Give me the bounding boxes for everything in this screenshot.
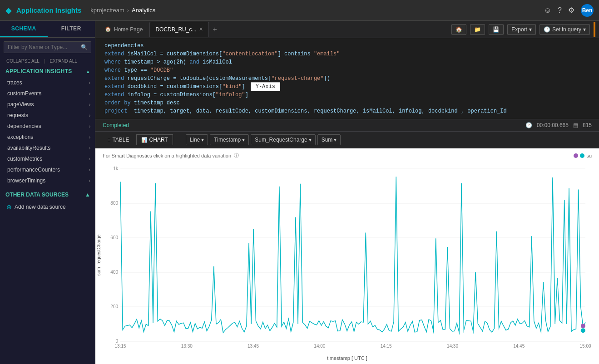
table-view-btn[interactable]: ≡ TABLE: [103, 134, 134, 145]
chart-toolbar: ≡ TABLE 📊 CHART Line ▾ Timestamp ▾ Sum_R…: [95, 132, 599, 148]
code-line-8: order by timestamp desc: [95, 99, 599, 107]
home-tab-icon: 🏠: [105, 26, 111, 32]
tab-close-icon[interactable]: ✕: [199, 26, 203, 32]
sidebar-item-customevents[interactable]: customEvents ›: [0, 88, 95, 99]
sidebar-item-custommetrics[interactable]: customMetrics ›: [0, 153, 95, 164]
orange-accent-bar: [594, 22, 595, 37]
section-header-application-insights[interactable]: APPLICATION INSIGHTS ▲: [0, 65, 95, 77]
info-icon[interactable]: ⓘ: [234, 152, 239, 159]
item-label: traces: [7, 79, 22, 86]
section-chevron: ▲: [86, 69, 90, 74]
rows-icon: ▤: [573, 122, 578, 128]
item-label: requests: [7, 112, 28, 118]
breadcrumb-page: Analytics: [132, 7, 155, 14]
line-dropdown[interactable]: Line ▾: [186, 134, 208, 145]
tab-filter[interactable]: FILTER: [48, 21, 95, 37]
help-icon[interactable]: ?: [558, 6, 562, 15]
sum-requestcharge-chevron: ▾: [309, 137, 312, 143]
sidebar-item-availabilityresults[interactable]: availabilityResults ›: [0, 143, 95, 153]
chart-canvas: [95, 160, 599, 362]
export-btn[interactable]: Export ▾: [507, 24, 536, 35]
sidebar-item-requests[interactable]: requests ›: [0, 110, 95, 121]
sidebar-item-dependencies[interactable]: dependencies ›: [0, 121, 95, 132]
sum-requestcharge-dropdown[interactable]: Sum_RequestCharge ▾: [251, 134, 315, 145]
code-line-4: where type == "DOCDB": [95, 66, 599, 74]
chart-icon: 📊: [141, 137, 148, 143]
code-line-9: project timestamp, target, data, resultC…: [95, 107, 599, 115]
sidebar-item-traces[interactable]: traces ›: [0, 77, 95, 88]
smiley-icon[interactable]: ☺: [544, 6, 551, 15]
sidebar-tabs: SCHEMA FILTER: [0, 21, 95, 38]
item-chevron: ›: [89, 91, 90, 96]
code-line-2: extend isMailCol = customDimensions["con…: [95, 50, 599, 58]
table-icon: ≡: [108, 137, 110, 143]
other-sources-title: OTHER DATA SOURCES: [5, 192, 69, 198]
other-sources-chevron: ▲: [85, 192, 90, 198]
chart-area: For Smart Diagnostics click on a highlig…: [95, 148, 599, 364]
duration-value: 00:00:00.665: [537, 122, 569, 128]
search-input[interactable]: [4, 41, 91, 53]
top-nav-right: ☺ ? ⚙ Ben: [544, 4, 594, 17]
sum-dropdown[interactable]: Sum ▾: [317, 134, 341, 145]
set-in-query-btn[interactable]: 🕐 Set in query ▾: [540, 24, 590, 35]
code-line-1: dependencies: [95, 42, 599, 50]
item-label: customMetrics: [7, 156, 42, 162]
settings-icon[interactable]: ⚙: [568, 6, 574, 15]
item-chevron: ›: [89, 167, 90, 172]
add-datasource-label: Add new data source: [15, 204, 66, 210]
sidebar-item-browsertimings[interactable]: browserTimings ›: [0, 175, 95, 186]
sidebar-item-pageviews[interactable]: pageViews ›: [0, 99, 95, 110]
tab-docdb-label: DOCDB_RU_c...: [155, 26, 196, 33]
line-chevron: ▾: [201, 137, 204, 143]
sidebar-item-performancecounters[interactable]: performanceCounters ›: [0, 164, 95, 175]
set-query-label: Set in query: [552, 26, 581, 33]
legend-dot-cyan: [580, 153, 584, 158]
clock-icon: 🕐: [544, 26, 550, 33]
item-label: browserTimings: [7, 177, 45, 184]
code-line-7: extend infolog = customDimensions["infol…: [95, 91, 599, 99]
app-title: Application Insights: [16, 6, 81, 14]
item-label: performanceCounters: [7, 167, 60, 173]
rows-value: 815: [583, 122, 592, 128]
chart-view-btn[interactable]: 📊 CHART: [136, 134, 173, 145]
new-tab-btn[interactable]: +: [210, 25, 219, 34]
item-chevron: ›: [89, 113, 90, 118]
tab-schema[interactable]: SCHEMA: [0, 21, 48, 37]
item-label: availabilityResults: [7, 145, 50, 151]
set-query-chevron: ▾: [583, 26, 586, 33]
results-bar: Completed 🕐 00:00:00.665 ▤ 815: [95, 119, 599, 132]
search-icon[interactable]: 🔍: [81, 44, 88, 50]
other-data-sources-header[interactable]: OTHER DATA SOURCES ▲: [0, 188, 95, 201]
timestamp-label: Timestamp: [214, 137, 241, 143]
tab-docdb[interactable]: DOCDB_RU_c... ✕: [149, 22, 209, 37]
legend-label: su: [586, 153, 592, 158]
folder-btn[interactable]: 📁: [470, 24, 485, 35]
tab-bar: 🏠 Home Page DOCDB_RU_c... ✕ + 🏠 📁 💾 Expo…: [95, 21, 599, 38]
avatar[interactable]: Ben: [581, 4, 594, 17]
sum-chevron: ▾: [334, 137, 337, 143]
save-btn[interactable]: 💾: [489, 24, 504, 35]
add-datasource-btn[interactable]: ⊕ Add new data source: [0, 201, 95, 213]
code-editor[interactable]: dependencies extend isMailCol = customDi…: [95, 38, 599, 119]
item-label: dependencies: [7, 123, 41, 129]
item-chevron: ›: [89, 80, 90, 85]
home-btn[interactable]: 🏠: [451, 24, 466, 35]
sidebar-search: 🔍: [4, 41, 91, 53]
line-label: Line: [190, 137, 200, 143]
tab-bar-right: 🏠 📁 💾 Export ▾ 🕐 Set in query ▾: [451, 22, 595, 37]
sidebar-item-exceptions[interactable]: exceptions ›: [0, 132, 95, 143]
status-completed: Completed: [103, 122, 129, 128]
timestamp-dropdown[interactable]: Timestamp ▾: [210, 134, 249, 145]
sum-label: Sum: [322, 137, 333, 143]
expand-all-btn[interactable]: EXPAND ALL: [50, 59, 77, 64]
code-line-3: where timestamp > ago(2h) and isMailCol: [95, 58, 599, 66]
breadcrumb-team: kprojectteam: [90, 7, 124, 14]
sidebar: SCHEMA FILTER 🔍 COLLAPSE ALL | EXPAND AL…: [0, 21, 95, 364]
content-area: 🏠 Home Page DOCDB_RU_c... ✕ + 🏠 📁 💾 Expo…: [95, 21, 599, 364]
collapse-all-btn[interactable]: COLLAPSE ALL: [6, 59, 40, 64]
tab-home[interactable]: 🏠 Home Page: [99, 22, 149, 37]
clock-icon-result: 🕐: [525, 122, 532, 128]
item-chevron: ›: [89, 124, 90, 129]
item-chevron: ›: [89, 178, 90, 183]
collapse-expand-bar: COLLAPSE ALL | EXPAND ALL: [0, 57, 95, 65]
